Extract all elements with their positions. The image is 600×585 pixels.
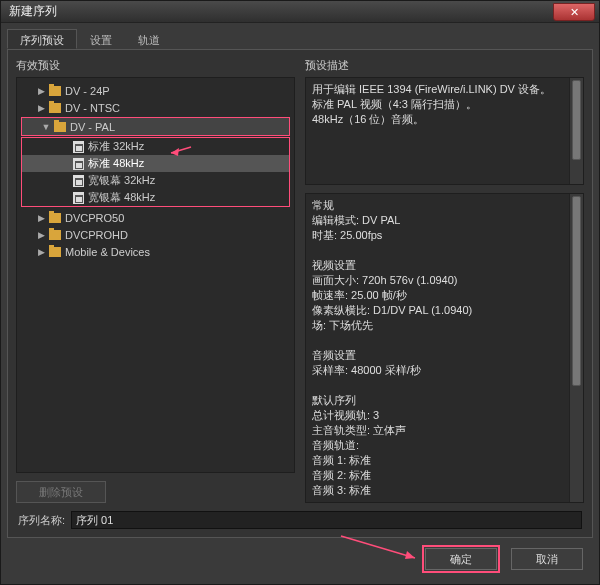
delete-preset-button: 删除预设: [16, 481, 106, 503]
disclosure-triangle-icon[interactable]: ▶: [35, 213, 47, 223]
description-line: 场: 下场优先: [312, 318, 577, 333]
folder-icon: [47, 247, 63, 257]
description-line: 默认序列: [312, 393, 577, 408]
tree-folder[interactable]: ▼DV - PAL: [22, 118, 289, 135]
tree-folder[interactable]: ▶DV - NTSC: [17, 99, 294, 116]
tree-item-label: DVCPROHD: [65, 229, 128, 241]
tab-tracks[interactable]: 轨道: [125, 29, 173, 49]
description-line: 音频设置: [312, 348, 577, 363]
description-line: 主音轨类型: 立体声: [312, 423, 577, 438]
preset-icon: [70, 192, 86, 204]
scrollbar[interactable]: [569, 78, 583, 184]
tree-item-label: 标准 32kHz: [88, 139, 144, 154]
close-button[interactable]: ✕: [553, 3, 595, 21]
folder-icon: [52, 122, 68, 132]
disclosure-triangle-icon[interactable]: ▶: [35, 86, 47, 96]
tree-preset[interactable]: 宽银幕 48kHz: [22, 189, 289, 206]
tab-bar: 序列预设 设置 轨道: [7, 29, 593, 49]
titlebar: 新建序列 ✕: [1, 1, 599, 23]
disclosure-triangle-icon[interactable]: ▶: [35, 103, 47, 113]
description-line: 用于编辑 IEEE 1394 (FireWire/i.LINK) DV 设备。: [312, 82, 577, 97]
ok-button[interactable]: 确定: [425, 548, 497, 570]
folder-icon: [47, 86, 63, 96]
description-line: 音频 1: 标准: [312, 453, 577, 468]
sequence-name-label: 序列名称:: [18, 513, 65, 528]
tree-item-label: Mobile & Devices: [65, 246, 150, 258]
preset-tree[interactable]: ▶DV - 24P▶DV - NTSC▼DV - PAL标准 32kHz标准 4…: [16, 77, 295, 473]
description-line: 48kHz（16 位）音频。: [312, 112, 577, 127]
cancel-button[interactable]: 取消: [511, 548, 583, 570]
tree-folder[interactable]: ▶DVCPROHD: [17, 226, 294, 243]
description-line: [312, 243, 577, 258]
description-line: 像素纵横比: D1/DV PAL (1.0940): [312, 303, 577, 318]
tab-settings[interactable]: 设置: [77, 29, 125, 49]
tree-item-label: DVCPRO50: [65, 212, 124, 224]
folder-icon: [47, 213, 63, 223]
preset-detail-box: 常规编辑模式: DV PAL时基: 25.00fps 视频设置画面大小: 720…: [305, 193, 584, 503]
description-line: [312, 333, 577, 348]
preset-icon: [70, 158, 86, 170]
description-line: 音频 2: 标准: [312, 468, 577, 483]
tree-preset[interactable]: 标准 32kHz: [22, 138, 289, 155]
tree-item-label: DV - NTSC: [65, 102, 120, 114]
annotation-arrow-icon: [337, 532, 427, 568]
description-line: 总计视频轨: 3: [312, 408, 577, 423]
tree-folder[interactable]: ▶Mobile & Devices: [17, 243, 294, 260]
disclosure-triangle-icon[interactable]: ▶: [35, 247, 47, 257]
tree-item-label: DV - PAL: [70, 121, 115, 133]
folder-icon: [47, 103, 63, 113]
description-line: 音频 3: 标准: [312, 483, 577, 498]
window-title: 新建序列: [9, 3, 57, 20]
new-sequence-dialog: 新建序列 ✕ 序列预设 设置 轨道 有效预设 ▶DV - 24P▶DV - NT…: [0, 0, 600, 585]
folder-icon: [47, 230, 63, 240]
svg-line-0: [341, 536, 415, 558]
description-line: 画面大小: 720h 576v (1.0940): [312, 273, 577, 288]
tree-item-label: 标准 48kHz: [88, 156, 144, 171]
tree-folder[interactable]: ▶DV - 24P: [17, 82, 294, 99]
description-line: 音频轨道:: [312, 438, 577, 453]
description-line: [312, 378, 577, 393]
tab-sequence-presets[interactable]: 序列预设: [7, 29, 77, 49]
description-line: 时基: 25.00fps: [312, 228, 577, 243]
scrollbar[interactable]: [569, 194, 583, 502]
svg-marker-1: [405, 551, 415, 559]
description-line: 视频设置: [312, 258, 577, 273]
tree-preset[interactable]: 宽银幕 32kHz: [22, 172, 289, 189]
preset-icon: [70, 175, 86, 187]
tree-folder[interactable]: ▶DVCPRO50: [17, 209, 294, 226]
tree-item-label: 宽银幕 32kHz: [88, 173, 155, 188]
available-presets-label: 有效预设: [16, 58, 295, 73]
preset-summary-box: 用于编辑 IEEE 1394 (FireWire/i.LINK) DV 设备。标…: [305, 77, 584, 185]
tree-item-label: 宽银幕 48kHz: [88, 190, 155, 205]
description-line: 编辑模式: DV PAL: [312, 213, 577, 228]
preset-icon: [70, 141, 86, 153]
tree-preset[interactable]: 标准 48kHz: [22, 155, 289, 172]
description-line: 帧速率: 25.00 帧/秒: [312, 288, 577, 303]
sequence-name-input[interactable]: [71, 511, 582, 529]
preset-description-label: 预设描述: [305, 58, 584, 73]
disclosure-triangle-icon[interactable]: ▼: [40, 122, 52, 132]
disclosure-triangle-icon[interactable]: ▶: [35, 230, 47, 240]
tree-item-label: DV - 24P: [65, 85, 110, 97]
description-line: 常规: [312, 198, 577, 213]
description-line: 采样率: 48000 采样/秒: [312, 363, 577, 378]
description-line: 标准 PAL 视频（4:3 隔行扫描）。: [312, 97, 577, 112]
